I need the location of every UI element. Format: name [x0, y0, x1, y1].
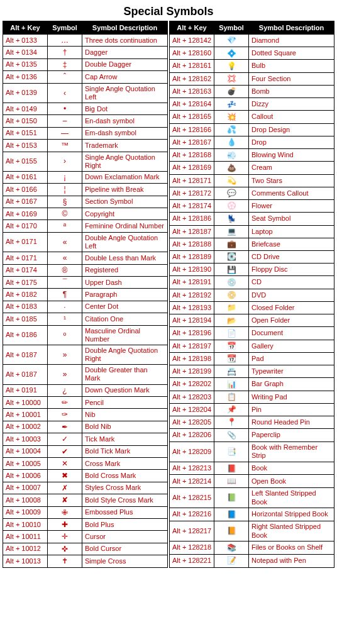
cell-desc: Pipeline with Break	[82, 184, 168, 196]
cell-key: Alt + 10008	[3, 494, 48, 506]
symbol-icon: 📌	[227, 405, 236, 414]
symbol-icon: ˆ	[64, 72, 66, 81]
symbol-icon: ✏	[62, 398, 68, 407]
table-row: Alt + 10004✔Bold Tick Mark	[3, 445, 168, 457]
table-row: Alt + 128162💢Four Section	[170, 72, 334, 85]
symbol-icon: ✓	[62, 435, 68, 443]
symbol-icon: 💬	[227, 189, 236, 197]
symbol-icon: 💫	[227, 176, 236, 185]
cell-symbol: 📖	[214, 475, 249, 487]
table-row: Alt + 0161¡Down Exclamation Mark	[3, 171, 168, 183]
symbol-icon: ¦	[64, 185, 65, 194]
cell-desc: Bold Tick Mark	[82, 445, 168, 457]
symbol-icon: —	[61, 129, 69, 138]
symbol-icon: ✖	[62, 471, 68, 480]
symbol-icon: 💨	[227, 151, 236, 160]
cell-desc: Dizzy	[249, 98, 334, 111]
table-row: Alt + 128214📖Open Book	[170, 475, 334, 487]
cell-key: Alt + 128216	[170, 508, 214, 521]
cell-symbol: 💤	[214, 98, 249, 111]
symbol-icon: 📍	[227, 418, 236, 426]
cell-symbol: 📇	[214, 365, 249, 378]
cell-desc: Three dots continuation	[82, 35, 168, 47]
symbol-icon: §	[63, 197, 67, 206]
table-row: Alt + 10003✓Tick Mark	[3, 433, 168, 445]
cell-desc: Drop	[249, 136, 334, 148]
cell-key: Alt + 0134	[3, 47, 48, 58]
table-row: Alt + 128204📌Pin	[170, 403, 334, 416]
cell-symbol: 📍	[214, 416, 249, 429]
cell-desc: En-dash symbol	[82, 115, 168, 127]
table-row: Alt + 10007✗Styles Cross Mark	[3, 482, 168, 494]
symbol-icon: ¡	[64, 173, 66, 182]
cell-symbol: ‹	[48, 83, 82, 103]
table-row: Alt + 10011✛Cursor	[3, 531, 168, 543]
cell-symbol: 💢	[214, 72, 249, 85]
table-row: Alt + 10009✙Embossed Plus	[3, 506, 168, 518]
cell-symbol: ✙	[48, 506, 82, 518]
cell-symbol: 💻	[214, 225, 249, 238]
table-row: Alt + 0149•Big Dot	[3, 103, 168, 114]
cell-desc: Paperclip	[249, 429, 334, 441]
cell-desc: Section Symbol	[82, 196, 168, 208]
cell-symbol: 💠	[214, 47, 249, 60]
cell-desc: Bold Cursor	[82, 543, 168, 555]
table-row: Alt + 128193📁Closed Folder	[170, 301, 334, 314]
cell-symbol: 📎	[214, 429, 249, 441]
cell-desc: Embossed Plus	[82, 506, 168, 518]
cell-desc: Simple Cross	[82, 555, 168, 567]
symbol-icon: ✑	[62, 410, 68, 419]
table-row: Alt + 128167💧Drop	[170, 136, 334, 148]
cell-symbol: 📑	[214, 441, 249, 462]
cell-symbol: ✗	[48, 482, 82, 494]
cell-desc: Laptop	[249, 225, 334, 238]
symbol-icon: 💎	[227, 36, 236, 45]
cell-desc: Upper Dash	[82, 276, 168, 288]
cell-key: Alt + 0136	[3, 71, 48, 83]
table-row: Alt + 128165💥Callout	[170, 111, 334, 123]
cell-key: Alt + 128186	[170, 213, 214, 225]
cell-key: Alt + 128193	[170, 301, 214, 314]
cell-desc: Files or Books on Shelf	[249, 541, 334, 554]
cell-key: Alt + 10006	[3, 470, 48, 482]
table-row: Alt + 128171💫Two Stars	[170, 174, 334, 187]
table-row: Alt + 0171«Double Angle Quotation Left	[3, 232, 168, 252]
cell-symbol: 📄	[214, 327, 249, 340]
symbol-icon: ¿	[62, 386, 67, 395]
cell-desc: Floppy Disc	[249, 264, 334, 276]
cell-key: Alt + 128196	[170, 327, 214, 340]
cell-desc: Round Headed Pin	[249, 416, 334, 429]
cell-symbol: ✛	[48, 531, 82, 543]
cell-desc: Styles Cross Mark	[82, 482, 168, 494]
cell-desc: Masculine Ordinal Number	[82, 325, 168, 345]
cell-desc: Feminine Ordinal Number	[82, 220, 168, 232]
table-row: Alt + 128191💿CD	[170, 276, 334, 289]
table-row: Alt + 128164💤Dizzy	[170, 98, 334, 111]
cell-symbol: 📆	[214, 352, 249, 365]
cell-symbol: 💿	[214, 276, 249, 289]
cell-symbol: 💫	[214, 174, 249, 187]
symbol-icon: ✜	[62, 545, 68, 553]
cell-key: Alt + 10012	[3, 543, 48, 555]
cell-key: Alt + 10003	[3, 433, 48, 445]
cell-desc: Pencil	[82, 397, 168, 409]
cell-key: Alt + 128160	[170, 47, 214, 60]
table-row: Alt + 0134†Dagger	[3, 47, 168, 58]
cell-desc: Single Angle Quotation Right	[82, 152, 168, 171]
cell-key: Alt + 128164	[170, 98, 214, 111]
cell-symbol: 💺	[214, 213, 249, 225]
table-row: Alt + 10013✝Simple Cross	[3, 555, 168, 567]
symbol-icon: 📋	[227, 392, 236, 401]
cell-desc: Notepad with Pen	[249, 554, 334, 567]
cell-symbol: 💧	[214, 136, 249, 148]
table-row: Alt + 128213📕Book	[170, 462, 334, 475]
cell-key: Alt + 0187	[3, 345, 48, 364]
cell-key: Alt + 0166	[3, 184, 48, 196]
col-header-symbol: Symbol	[48, 21, 82, 35]
cell-desc: Bold Style Cross Mark	[82, 494, 168, 506]
cell-key: Alt + 0149	[3, 103, 48, 114]
symbol-icon: ¯	[63, 278, 67, 287]
symbol-icon: ¶	[63, 290, 67, 299]
table-row: Alt + 128216📘Horizontal Stripped Book	[170, 508, 334, 521]
cell-symbol: ¯	[48, 276, 82, 288]
